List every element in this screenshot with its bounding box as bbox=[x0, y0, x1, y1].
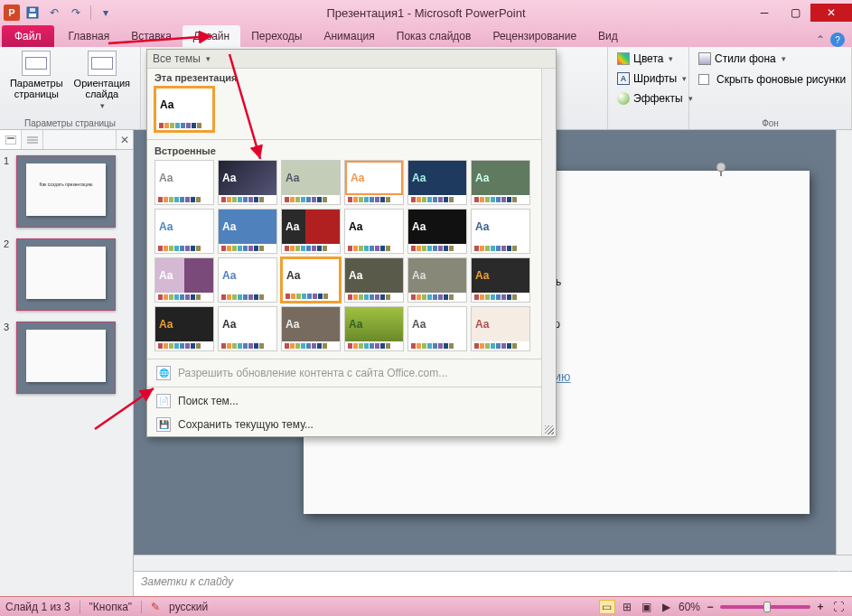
reading-view-icon[interactable]: ▣ bbox=[639, 600, 655, 614]
hide-bg-checkbox[interactable]: Скрыть фоновые рисунки bbox=[695, 70, 849, 89]
slideshow-view-icon[interactable]: ▶ bbox=[659, 600, 675, 614]
slide-thumb-3[interactable] bbox=[16, 322, 116, 394]
undo-icon[interactable]: ↶ bbox=[45, 4, 63, 22]
panel-close-icon[interactable]: ✕ bbox=[117, 130, 133, 149]
file-tab[interactable]: Файл bbox=[2, 25, 54, 47]
thumb-num: 1 bbox=[4, 155, 13, 228]
redo-icon[interactable]: ↷ bbox=[67, 4, 85, 22]
status-theme: "Кнопка" bbox=[89, 601, 133, 613]
svg-rect-4 bbox=[7, 137, 14, 139]
theme-thumb[interactable]: Aa bbox=[344, 209, 404, 254]
checkbox-icon bbox=[698, 74, 709, 85]
theme-thumb[interactable]: Aa bbox=[407, 306, 467, 351]
svg-rect-2 bbox=[30, 8, 35, 12]
pushpin-icon bbox=[714, 162, 728, 176]
zoom-out-button[interactable]: − bbox=[704, 601, 716, 613]
bg-styles-icon bbox=[698, 52, 711, 65]
app-icon: P bbox=[4, 5, 20, 21]
section-builtin: Встроенные bbox=[147, 142, 541, 158]
save-icon[interactable] bbox=[23, 4, 42, 22]
colors-icon bbox=[617, 52, 630, 65]
theme-thumb[interactable]: Aa bbox=[218, 209, 277, 254]
theme-thumb[interactable]: Aa bbox=[407, 257, 467, 303]
theme-thumb[interactable]: Aa bbox=[281, 209, 341, 254]
tab-review[interactable]: Рецензирование bbox=[482, 25, 587, 47]
theme-thumb[interactable]: Aa bbox=[218, 160, 277, 205]
globe-icon: 🌐 bbox=[156, 366, 171, 380]
svg-rect-3 bbox=[5, 135, 16, 145]
theme-thumb[interactable]: Aa bbox=[218, 306, 277, 351]
colors-button[interactable]: Цвета▾ bbox=[613, 49, 697, 69]
tab-animation[interactable]: Анимация bbox=[313, 25, 385, 47]
page-setup-button[interactable]: Параметры страницы bbox=[6, 49, 67, 112]
enable-office-updates-item[interactable]: 🌐Разрешить обновление контента с сайта O… bbox=[147, 361, 541, 385]
theme-thumb[interactable]: Aa bbox=[154, 257, 214, 303]
fit-window-icon[interactable]: ⛶ bbox=[830, 600, 847, 614]
help-icon[interactable]: ? bbox=[830, 33, 845, 47]
orientation-button[interactable]: Ориентация слайда ▾ bbox=[70, 49, 134, 112]
spellcheck-icon[interactable]: ✎ bbox=[151, 601, 160, 613]
theme-thumb[interactable]: Aa bbox=[407, 209, 467, 254]
ribbon-tabs: Файл Главная Вставка Дизайн Переходы Ани… bbox=[0, 25, 852, 47]
slide-thumb-1[interactable]: Как создать презентацию bbox=[16, 155, 116, 228]
browse-themes-item[interactable]: 📄Поиск тем... bbox=[147, 389, 541, 413]
theme-thumb[interactable]: Aa bbox=[281, 306, 341, 351]
sorter-view-icon[interactable]: ⊞ bbox=[619, 600, 635, 614]
theme-thumb[interactable]: Aa bbox=[154, 209, 214, 254]
theme-thumb[interactable]: Aa bbox=[471, 257, 530, 303]
normal-view-icon[interactable]: ▭ bbox=[599, 600, 615, 614]
status-language[interactable]: русский bbox=[169, 601, 208, 613]
resize-grip[interactable] bbox=[545, 425, 554, 434]
theme-thumb[interactable]: Aa bbox=[344, 306, 404, 351]
title-bar: P ↶ ↷ ▾ Презентация1 - Microsoft PowerPo… bbox=[0, 0, 852, 25]
effects-icon bbox=[617, 92, 630, 105]
theme-thumb[interactable]: Aa bbox=[344, 257, 404, 303]
theme-thumb[interactable]: Aa bbox=[281, 257, 341, 303]
fonts-button[interactable]: AШрифты▾ bbox=[613, 69, 697, 89]
theme-thumb[interactable]: Aa bbox=[471, 209, 530, 254]
slide-thumb-2[interactable] bbox=[16, 238, 116, 311]
theme-thumb[interactable]: Aa bbox=[281, 160, 341, 205]
zoom-in-button[interactable]: + bbox=[814, 601, 827, 613]
fonts-icon: A bbox=[617, 72, 630, 85]
horizontal-scrollbar[interactable] bbox=[134, 555, 852, 571]
zoom-slider[interactable] bbox=[720, 605, 810, 609]
save-theme-icon: 💾 bbox=[156, 417, 171, 432]
save-theme-item[interactable]: 💾Сохранить текущую тему... bbox=[147, 413, 541, 436]
theme-thumb[interactable]: Aa bbox=[471, 160, 530, 205]
effects-button[interactable]: Эффекты▾ bbox=[613, 89, 697, 108]
maximize-button[interactable]: ▢ bbox=[780, 4, 810, 22]
theme-thumb[interactable]: Aa bbox=[407, 160, 467, 205]
vertical-scrollbar[interactable] bbox=[836, 130, 852, 555]
tab-insert[interactable]: Вставка bbox=[120, 25, 183, 47]
theme-thumb[interactable]: Aa bbox=[154, 306, 214, 351]
minimize-button[interactable]: ─ bbox=[749, 4, 780, 22]
themes-dropdown-header[interactable]: Все темы▾ bbox=[147, 50, 556, 69]
ribbon-minimize-icon[interactable]: ⌃ bbox=[816, 33, 825, 46]
outline-tab[interactable] bbox=[22, 130, 43, 149]
notes-pane[interactable]: Заметки к слайду bbox=[134, 571, 852, 596]
slides-tab[interactable] bbox=[0, 130, 22, 149]
tab-view[interactable]: Вид bbox=[587, 25, 629, 47]
theme-thumb[interactable]: Aa bbox=[471, 306, 530, 351]
svg-point-8 bbox=[716, 163, 726, 172]
theme-thumb[interactable]: Aa bbox=[154, 160, 214, 205]
close-button[interactable]: ✕ bbox=[810, 4, 852, 22]
zoom-percent[interactable]: 60% bbox=[679, 601, 700, 613]
theme-thumb[interactable]: Aa bbox=[218, 257, 277, 303]
tab-transitions[interactable]: Переходы bbox=[240, 25, 313, 47]
folder-icon: 📄 bbox=[156, 394, 171, 408]
bg-styles-button[interactable]: Стили фона▾ bbox=[695, 49, 849, 69]
qat-customize-icon[interactable]: ▾ bbox=[97, 4, 115, 22]
tab-slideshow[interactable]: Показ слайдов bbox=[386, 25, 482, 47]
tab-home[interactable]: Главная bbox=[58, 25, 121, 47]
orientation-icon bbox=[88, 51, 117, 76]
status-bar: Слайд 1 из 3 "Кнопка" ✎ русский ▭ ⊞ ▣ ▶ … bbox=[0, 596, 852, 616]
section-this-presentation: Эта презентация bbox=[147, 69, 541, 85]
themes-dropdown-panel: Все темы▾ Эта презентация Aa Встроенные … bbox=[146, 49, 557, 437]
theme-thumb[interactable]: Aa bbox=[344, 160, 404, 205]
tab-design[interactable]: Дизайн bbox=[183, 25, 240, 47]
theme-thumb[interactable]: Aa bbox=[154, 87, 214, 132]
group-label-background: Фон bbox=[762, 117, 779, 128]
themes-scrollbar[interactable] bbox=[541, 69, 556, 436]
